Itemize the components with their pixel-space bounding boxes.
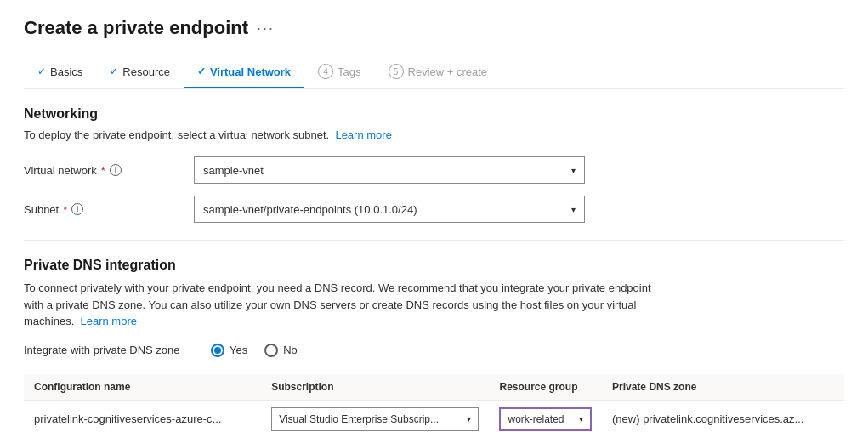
tab-basics-label: Basics [50,65,82,78]
virtual-network-select[interactable]: sample-vnet ▾ [194,156,585,184]
tab-virtual-network[interactable]: ✓ Virtual Network [184,57,304,88]
tab-basics[interactable]: ✓ Basics [24,57,96,88]
page-title: Create a private endpoint [24,17,248,39]
resource-group-select[interactable]: work-related ▾ [499,407,592,431]
tab-virtual-network-label: Virtual Network [210,65,291,78]
virtual-network-info-icon[interactable]: i [110,164,122,176]
dns-table-header-row: Configuration name Subscription Resource… [24,374,844,401]
cell-dns-zone: (new) privatelink.cognitiveservices.az..… [602,400,844,432]
dns-desc: To connect privately with your private e… [24,280,670,330]
dns-title: Private DNS integration [24,258,844,273]
subnet-select[interactable]: sample-vnet/private-endpoints (10.0.1.0/… [194,196,585,223]
subscription-select[interactable]: Visual Studio Enterprise Subscrip... ▾ [271,407,479,431]
subnet-control: sample-vnet/private-endpoints (10.0.1.0/… [194,196,585,223]
virtual-network-check-icon: ✓ [197,65,206,77]
networking-desc-text: To deploy the private endpoint, select a… [24,128,329,141]
virtual-network-required: * [101,164,105,177]
resource-group-chevron-icon: ▾ [579,414,583,423]
virtual-network-label: Virtual network * i [24,164,194,177]
cell-subscription: Visual Studio Enterprise Subscrip... ▾ [261,400,489,432]
resource-group-value: work-related [508,413,564,425]
dns-no-radio-icon [264,344,278,357]
cell-config-name: privatelink-cognitiveservices-azure-c... [24,400,261,432]
col-header-config-name: Configuration name [24,374,261,401]
more-options-icon[interactable]: ··· [257,20,275,37]
section-divider [24,240,844,241]
dns-table: Configuration name Subscription Resource… [24,374,844,433]
col-header-dns-zone: Private DNS zone [602,374,844,401]
subnet-row: Subnet * i sample-vnet/private-endpoints… [24,196,844,223]
virtual-network-row: Virtual network * i sample-vnet ▾ [24,156,844,184]
dns-no-option[interactable]: No [264,344,298,357]
tab-tags-label: Tags [338,65,360,78]
networking-section: Networking To deploy the private endpoin… [24,106,844,223]
dns-integrate-row: Integrate with private DNS zone Yes No [24,344,844,357]
table-row: privatelink-cognitiveservices-azure-c...… [24,400,844,432]
subnet-value: sample-vnet/private-endpoints (10.0.1.0/… [203,203,417,216]
subnet-info-icon[interactable]: i [71,203,83,215]
col-header-subscription: Subscription [261,374,489,401]
dns-yes-option[interactable]: Yes [211,344,247,357]
dns-radio-options: Yes No [211,344,298,357]
resource-check-icon: ✓ [110,65,118,77]
tab-tags[interactable]: 4 Tags [304,55,374,89]
tab-resource-label: Resource [122,65,170,78]
subnet-chevron-icon: ▾ [571,205,576,214]
subscription-value: Visual Studio Enterprise Subscrip... [279,413,439,425]
dns-no-label: No [283,344,298,356]
basics-check-icon: ✓ [37,65,46,77]
dns-yes-label: Yes [230,344,247,356]
networking-desc: To deploy the private endpoint, select a… [24,128,844,141]
networking-learn-more-link[interactable]: Learn more [335,128,391,141]
main-content: Networking To deploy the private endpoin… [24,89,844,432]
dns-learn-more-link[interactable]: Learn more [80,315,136,327]
dns-integrate-label: Integrate with private DNS zone [24,344,194,356]
col-header-resource-group: Resource group [489,374,602,401]
dns-yes-radio-icon [211,344,224,357]
subnet-required: * [63,203,67,216]
review-step-circle: 5 [389,64,404,79]
tags-step-circle: 4 [318,64,333,79]
subnet-label: Subnet * i [24,203,194,216]
networking-title: Networking [24,106,844,122]
page-title-row: Create a private endpoint ··· [24,17,844,39]
tab-review-create[interactable]: 5 Review + create [375,55,502,89]
virtual-network-control: sample-vnet ▾ [194,156,585,184]
dns-section: Private DNS integration To connect priva… [24,258,844,432]
subscription-chevron-icon: ▾ [467,414,471,423]
wizard-tabs: ✓ Basics ✓ Resource ✓ Virtual Network 4 … [24,54,844,89]
tab-resource[interactable]: ✓ Resource [96,57,184,88]
virtual-network-value: sample-vnet [203,164,264,177]
cell-resource-group: work-related ▾ [489,400,602,432]
virtual-network-chevron-icon: ▾ [571,166,576,175]
tab-review-create-label: Review + create [408,65,488,78]
